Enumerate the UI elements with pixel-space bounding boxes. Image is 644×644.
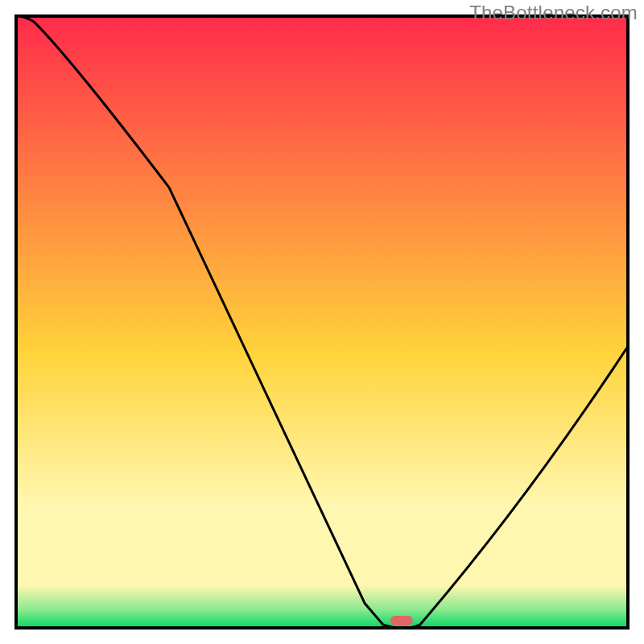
chart-canvas [0, 0, 644, 644]
watermark-text: TheBottleneck.com [469, 2, 638, 24]
optimal-marker [390, 616, 413, 625]
bottleneck-chart: TheBottleneck.com [0, 0, 644, 644]
